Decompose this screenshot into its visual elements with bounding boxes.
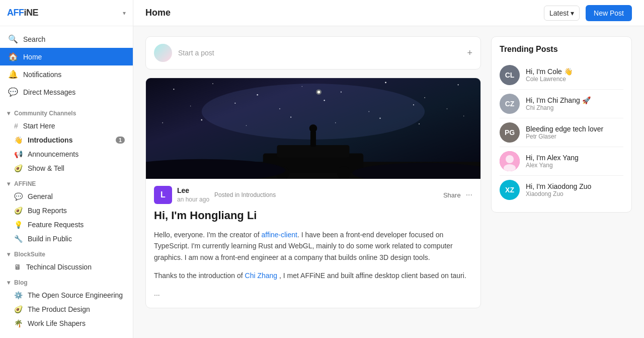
avatar-alex (500, 151, 520, 171)
author-info: Lee an hour ago (177, 186, 209, 204)
sidebar-item-label: Home (23, 53, 42, 61)
channel-introductions[interactable]: 👋 Introductions 1 (0, 133, 133, 147)
right-sidebar: Trending Posts CL Hi, I'm Cole 👋 Cole La… (491, 36, 632, 213)
sidebar-item-direct-messages[interactable]: 💬 Direct Messages (0, 83, 133, 101)
trending-author: Chi Zhang (526, 104, 591, 111)
section-community[interactable]: ▾ Community Channels (0, 105, 133, 119)
channel-label: Announcements (28, 150, 78, 158)
trending-post-title: Hi, I'm Alex Yang (526, 154, 579, 162)
post-location: Posted in Introductions (214, 191, 276, 198)
svg-point-5 (385, 82, 386, 83)
main-content: Home Latest ▾ New Post Start a post + (133, 0, 644, 338)
section-affine[interactable]: ▾ AFFiNE (0, 175, 133, 189)
bell-icon: 🔔 (8, 70, 18, 79)
trending-info-cole: Hi, I'm Cole 👋 Cole Lawrence (526, 67, 573, 83)
chevron-icon: ▾ (7, 251, 10, 258)
channel-label: Feature Requests (28, 221, 84, 229)
sidebar-header: AFFiNE ▾ (0, 0, 133, 26)
channel-general[interactable]: 💬 General (0, 189, 133, 204)
chevron-icon: ▾ (7, 279, 10, 286)
hash-icon: # (14, 122, 18, 130)
section-blocksuite[interactable]: ▾ BlockSuite (0, 246, 133, 260)
avatar-cole: CL (500, 65, 520, 85)
channel-announcements[interactable]: 📢 Announcements (0, 147, 133, 161)
post-body: Hi, I'm Hongliang Li Hello, everyone. I'… (146, 207, 480, 308)
svg-point-36 (506, 155, 514, 163)
svg-point-25 (316, 89, 321, 95)
section-label: Community Channels (14, 110, 76, 117)
section-label: AFFiNE (14, 180, 36, 187)
wave-icon: 👋 (14, 136, 23, 144)
section-label: BlockSuite (14, 251, 45, 258)
share-button[interactable]: Share (443, 191, 461, 199)
bulb-icon: 💡 (14, 221, 23, 229)
post-body-text-1: Hello, everyone. I'm the creator of affi… (154, 229, 472, 263)
post-time: an hour ago (177, 196, 209, 203)
logo[interactable]: AFFiNE (7, 8, 38, 18)
sidebar-item-home[interactable]: 🏠 Home (0, 48, 133, 65)
new-post-box[interactable]: Start a post + (145, 36, 481, 70)
channel-start-here[interactable]: # Start Here (0, 119, 133, 133)
trending-card: Trending Posts CL Hi, I'm Cole 👋 Cole La… (491, 36, 632, 213)
trending-author: Alex Yang (526, 162, 579, 169)
avatar-petr: PG (500, 122, 520, 143)
plus-icon[interactable]: + (467, 48, 472, 58)
channel-bug-reports[interactable]: 🥑 Bug Reports (0, 204, 133, 218)
chevron-icon: ▾ (7, 110, 10, 117)
chevron-down-icon[interactable]: ▾ (123, 10, 126, 17)
svg-point-32 (309, 124, 317, 132)
channel-label: Build in Public (28, 235, 72, 243)
megaphone-icon: 📢 (14, 150, 23, 158)
author-name: Lee (177, 186, 209, 194)
trending-item-petr[interactable]: PG Bleeding edge tech lover Petr Glaser (500, 118, 623, 147)
channel-technical-discussion[interactable]: 🖥 Techincal Discussion (0, 260, 133, 274)
svg-point-22 (463, 116, 464, 117)
svg-rect-31 (310, 131, 316, 147)
channel-work-life[interactable]: 🌴 Work Life Shapers (0, 316, 133, 330)
svg-point-8 (190, 106, 191, 107)
sidebar-item-search[interactable]: 🔍 Search (0, 30, 133, 48)
avatar-chi: CZ (500, 94, 520, 114)
trending-info-xiaodong: Hi, I'm Xiaodong Zuo Xiaodong Zuo (526, 182, 591, 197)
svg-rect-28 (277, 145, 349, 157)
trending-info-alex: Hi, I'm Alex Yang Alex Yang (526, 154, 579, 169)
trending-post-title: Hi, I'm Chi Zhang 🚀 (526, 96, 591, 104)
sort-button[interactable]: Latest ▾ (544, 6, 580, 21)
gear-icon: ⚙️ (14, 291, 23, 299)
trending-item-xiaodong[interactable]: XZ Hi, I'm Xiaodong Zuo Xiaodong Zuo (500, 175, 623, 204)
post-input[interactable]: Start a post (178, 49, 461, 57)
svg-point-15 (162, 122, 163, 123)
wrench-icon: 🔧 (14, 235, 23, 243)
svg-point-1 (212, 83, 213, 84)
new-post-button[interactable]: New Post (586, 5, 632, 21)
section-blog[interactable]: ▾ Blog (0, 274, 133, 288)
channel-label: The Open Source Engineering (28, 291, 123, 299)
trending-post-title: Hi, I'm Cole 👋 (526, 67, 573, 76)
page-title: Home (145, 8, 171, 18)
monitor-icon: 🖥 (14, 263, 21, 271)
channel-open-source[interactable]: ⚙️ The Open Source Engineering (0, 288, 133, 302)
sidebar-item-notifications[interactable]: 🔔 Notifications (0, 65, 133, 83)
channel-feature-requests[interactable]: 💡 Feature Requests (0, 218, 133, 232)
trending-title: Trending Posts (500, 45, 623, 54)
svg-point-6 (424, 97, 425, 98)
channel-product-design[interactable]: 🥑 The Product Design (0, 302, 133, 316)
channel-label: Techincal Discussion (26, 263, 92, 271)
design-icon: 🥑 (14, 305, 23, 313)
svg-point-0 (173, 89, 174, 90)
post-card: L Lee an hour ago Posted in Introduction… (145, 78, 481, 308)
trending-item-cole[interactable]: CL Hi, I'm Cole 👋 Cole Lawrence (500, 61, 623, 89)
trending-item-alex[interactable]: Hi, I'm Alex Yang Alex Yang (500, 147, 623, 175)
channel-label: Introductions (28, 136, 72, 144)
more-options-icon[interactable]: ··· (466, 190, 472, 199)
bug-icon: 🥑 (14, 207, 23, 215)
avocado-icon: 🥑 (14, 164, 23, 172)
chi-zhang-link[interactable]: Chi Zhang (245, 272, 278, 280)
affine-client-link[interactable]: affine-client (262, 231, 297, 239)
chat-icon: 💬 (8, 87, 18, 97)
channel-build-in-public[interactable]: 🔧 Build in Public (0, 232, 133, 246)
channel-show-tell[interactable]: 🥑 Show & Tell (0, 161, 133, 175)
trending-item-chi[interactable]: CZ Hi, I'm Chi Zhang 🚀 Chi Zhang (500, 89, 623, 118)
feed: Start a post + (145, 36, 481, 308)
post-hero-image (146, 78, 480, 179)
